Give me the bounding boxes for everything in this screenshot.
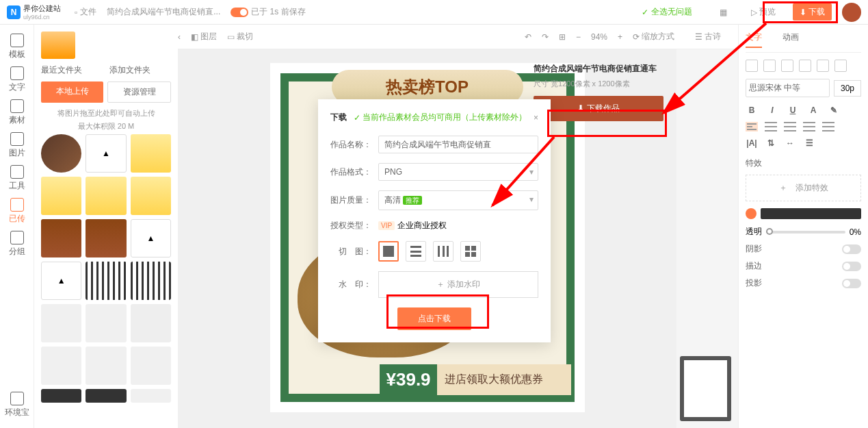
asset-item[interactable] (86, 389, 126, 403)
nav-group[interactable]: 分组 (0, 227, 34, 260)
layer-btn[interactable]: ◧ 图层 (191, 31, 217, 42)
asset-item[interactable]: ▲ (131, 219, 171, 257)
manage-button[interactable]: 资源管理 (107, 81, 171, 103)
asset-item[interactable] (86, 304, 126, 342)
tool-1[interactable] (746, 60, 758, 72)
asset-item[interactable] (131, 347, 171, 385)
recommend-badge: 推荐 (403, 196, 422, 205)
zoom-out[interactable]: − (576, 32, 581, 42)
slice-vertical[interactable] (433, 241, 453, 262)
nav-image[interactable]: 图片 (0, 129, 34, 162)
tool-2[interactable] (763, 60, 776, 72)
spacing-1[interactable]: |A| (746, 137, 758, 149)
avatar[interactable] (842, 3, 861, 22)
asset-tab-recent[interactable]: 最近文件夹 (41, 64, 82, 76)
shadow-toggle[interactable] (842, 244, 861, 254)
doc-title[interactable]: 简约合成风端午节电商促销直... (107, 6, 220, 18)
slider-thumb[interactable] (766, 228, 773, 235)
asset-item[interactable] (86, 219, 126, 257)
download-btn[interactable]: ⬇下载 (793, 3, 832, 21)
quality-select[interactable]: 高清 推荐 (378, 190, 538, 210)
underline-btn[interactable]: U (787, 104, 799, 116)
bold-btn[interactable]: B (746, 104, 758, 116)
redo-btn[interactable]: ↷ (542, 32, 549, 42)
autosave-switch[interactable]: 已于 1s 前保存 (231, 6, 305, 18)
font-select[interactable]: 思源宋体 中等 (746, 79, 830, 97)
upload-button[interactable]: 本地上传 (41, 81, 103, 103)
nav-template[interactable]: 模板 (0, 30, 34, 63)
tab-text[interactable]: 文字 (746, 32, 762, 48)
name-input[interactable] (378, 136, 538, 153)
back-btn[interactable]: ‹ (178, 32, 181, 42)
asset-item[interactable]: ▲ (86, 134, 126, 173)
italic-btn[interactable]: I (766, 104, 778, 116)
grid-toggle[interactable]: ⊞ (559, 32, 566, 42)
asset-item[interactable] (131, 262, 171, 300)
side-download-button[interactable]: ⬇ 下载作品 (534, 96, 663, 121)
zoom-in[interactable]: + (618, 32, 622, 42)
tool-5[interactable] (817, 60, 829, 72)
asset-item[interactable] (41, 219, 81, 257)
opacity-slider[interactable] (766, 231, 845, 234)
asset-item[interactable] (41, 177, 81, 215)
nav-tools[interactable]: 工具 (0, 162, 34, 194)
asset-item[interactable] (131, 389, 171, 403)
format-select[interactable]: PNG (378, 163, 538, 181)
add-effect-button[interactable]: ＋ 添加特效 (746, 175, 861, 201)
asset-item[interactable] (131, 177, 171, 215)
font-color-btn[interactable]: A (807, 104, 819, 116)
preview-btn[interactable]: ▷预览 (744, 3, 782, 21)
asset-item[interactable] (86, 262, 126, 300)
asset-item[interactable] (86, 347, 126, 385)
tool-3[interactable] (781, 60, 793, 72)
download-submit-button[interactable]: 点击下载 (397, 307, 471, 330)
logo[interactable]: N 界你公建站 uly96d.cn (7, 3, 61, 21)
tool-6[interactable] (834, 60, 847, 72)
color-swatch[interactable] (746, 208, 757, 219)
slice-grid[interactable] (460, 241, 481, 262)
tool-4[interactable] (799, 60, 811, 72)
toggle-label: 阴影 (746, 243, 762, 255)
nav-upload[interactable]: 已传 (0, 194, 34, 227)
font-size[interactable]: 30p (834, 80, 861, 97)
grid-btn[interactable]: ▦ (713, 5, 734, 20)
align-center[interactable] (765, 122, 777, 131)
asset-item[interactable] (41, 347, 81, 385)
align-left[interactable] (746, 122, 758, 131)
list-btn[interactable]: ☰ (803, 137, 815, 149)
nav-text[interactable]: 文字 (0, 63, 34, 96)
asset-item[interactable] (41, 389, 81, 403)
highlight-btn[interactable]: ✎ (828, 104, 840, 116)
asset-item[interactable] (131, 304, 171, 342)
asset-item[interactable] (41, 134, 81, 173)
asset-tab-add[interactable]: 添加文件夹 (109, 64, 150, 76)
align-dist[interactable] (822, 122, 834, 131)
spacing-3[interactable]: ↔ (784, 137, 796, 149)
asset-item[interactable] (41, 304, 81, 342)
nav-material[interactable]: 素材 (0, 96, 34, 129)
undo-btn[interactable]: ↶ (525, 32, 531, 42)
vip-badge: VIP (378, 221, 395, 230)
slice-horizontal[interactable] (406, 241, 426, 262)
nav-env[interactable]: 环境宝 (0, 388, 34, 421)
modal-close[interactable]: × (534, 113, 538, 123)
file-menu[interactable]: ▫文件 (75, 6, 96, 18)
slice-none[interactable] (378, 241, 399, 262)
drop-toggle[interactable] (842, 279, 861, 288)
spacing-2[interactable]: ⇅ (765, 137, 777, 149)
asset-item[interactable]: ▲ (41, 262, 81, 300)
color-preview[interactable] (761, 208, 861, 219)
align-justify[interactable] (803, 122, 815, 131)
align-right[interactable] (784, 122, 796, 131)
zoom-level[interactable]: 94% (591, 32, 607, 42)
asset-item[interactable] (86, 177, 126, 215)
asset-item[interactable] (131, 134, 171, 173)
crop-btn[interactable]: ▭ 裁切 (227, 31, 253, 42)
stroke-toggle[interactable] (842, 262, 861, 271)
add-watermark[interactable]: ＋ 添加水印 (378, 271, 538, 298)
price-tag[interactable]: ¥39.9 进店领取大额优惠券 (380, 364, 571, 395)
tab-anim[interactable]: 动画 (782, 32, 799, 48)
ruler-btn[interactable]: ☰ 古诗 (695, 31, 721, 42)
adapt-btn[interactable]: ⟳ 缩放方式 (633, 31, 674, 42)
page-thumbnail[interactable] (680, 356, 731, 421)
